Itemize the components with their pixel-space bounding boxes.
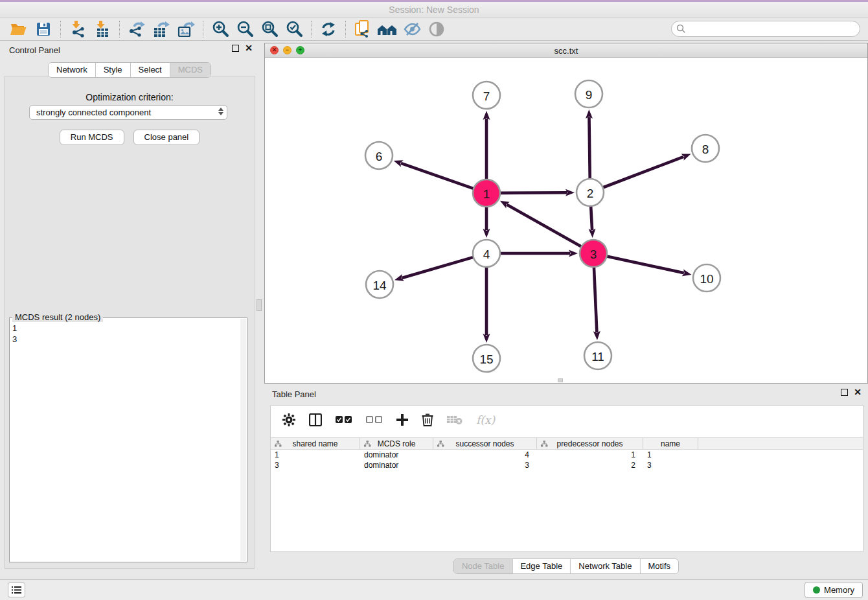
toolbar-separator	[119, 21, 120, 38]
network-window-titlebar[interactable]: ✕ − + scc.txt	[265, 43, 867, 58]
table-row[interactable]: 3dominator323	[271, 460, 863, 470]
graph-arrowhead-4-15	[483, 334, 490, 343]
table-cell: 3	[643, 460, 698, 470]
graph-arrowhead-4-3	[569, 250, 578, 257]
select-all-checkboxes-icon[interactable]	[336, 416, 352, 424]
column-header-predecessor-nodes[interactable]: predecessor nodes	[537, 438, 643, 449]
table-header-row: shared nameMCDS rolesuccessor nodesprede…	[271, 437, 863, 450]
table-row[interactable]: 1dominator411	[271, 450, 863, 460]
graph-node-label-14: 14	[372, 279, 387, 292]
import-table-icon[interactable]	[90, 19, 115, 39]
mcds-result-group: MCDS result (2 nodes) 13	[9, 317, 247, 562]
show-all-icon	[424, 19, 449, 39]
toolbar-separator	[311, 21, 312, 38]
table-cell: 3	[433, 460, 537, 470]
result-scrollbar[interactable]	[240, 319, 246, 561]
column-header-shared-name[interactable]: shared name	[271, 438, 360, 449]
import-network-icon[interactable]	[65, 19, 90, 39]
graph-arrowhead-2-9	[586, 110, 593, 119]
control-panel: Control Panel ✕ NetworkStyleSelectMCDS O…	[0, 41, 259, 579]
export-image-icon[interactable]	[174, 19, 198, 39]
zoom-in-icon[interactable]	[208, 19, 233, 39]
close-table-panel-icon[interactable]: ✕	[854, 389, 862, 396]
add-column-icon[interactable]	[396, 414, 408, 426]
graph-edge-4-14[interactable]	[402, 257, 474, 278]
status-bar: Memory	[0, 579, 868, 600]
show-columns-icon[interactable]	[309, 413, 322, 426]
toolbar-separator	[203, 21, 203, 38]
zoom-out-icon[interactable]	[233, 19, 257, 39]
optimization-criterion-dropdown[interactable]: strongly connected component	[29, 105, 227, 120]
export-table-icon[interactable]	[149, 19, 174, 39]
memory-status-dot-icon	[813, 586, 820, 594]
column-settings-gear-icon[interactable]	[282, 413, 295, 426]
panel-splitter-handle[interactable]	[257, 299, 262, 311]
graph-edge-3-1[interactable]	[507, 205, 581, 247]
mcds-result-list[interactable]: 13	[12, 320, 239, 560]
memory-button[interactable]: Memory	[805, 582, 863, 598]
column-header-MCDS-role[interactable]: MCDS role	[360, 438, 433, 449]
run-mcds-button[interactable]: Run MCDS	[60, 130, 124, 145]
canvas-resize-nub[interactable]	[558, 378, 563, 382]
graph-arrowhead-1-4	[483, 229, 490, 238]
graph-node-label-15: 15	[479, 352, 493, 366]
table-cell: 1	[537, 450, 643, 460]
tab-network[interactable]: Network	[49, 63, 95, 77]
save-session-icon[interactable]	[31, 19, 56, 39]
home-first-neighbors-icon[interactable]	[375, 19, 400, 39]
float-table-panel-icon[interactable]	[841, 389, 848, 396]
network-canvas-svg[interactable]: 7968124314101511	[265, 58, 867, 383]
graph-node-label-9: 9	[586, 88, 593, 102]
refresh-network-icon[interactable]	[316, 19, 341, 39]
tab-motifs[interactable]: Motifs	[639, 559, 678, 573]
table-panel-title: Table Panel	[272, 389, 316, 399]
tab-style[interactable]: Style	[95, 63, 130, 77]
hide-selected-icon[interactable]	[400, 19, 424, 39]
control-panel-title: Control Panel	[9, 45, 60, 55]
app-title: Session: New Session	[0, 5, 868, 15]
graph-arrowhead-1-7	[483, 111, 490, 120]
node-table: shared nameMCDS rolesuccessor nodesprede…	[271, 437, 863, 470]
deselect-all-checkboxes-icon[interactable]	[366, 416, 383, 424]
graph-edge-3-11[interactable]	[594, 267, 597, 332]
close-panel-icon[interactable]: ✕	[245, 45, 253, 52]
control-panel-body: Optimization criterion: strongly connect…	[4, 76, 255, 569]
close-panel-button[interactable]: Close panel	[133, 130, 200, 145]
graph-node-label-7: 7	[483, 89, 490, 103]
table-cell: 1	[643, 450, 698, 460]
export-network-icon[interactable]	[124, 19, 149, 39]
table-panel-box: f(x) shared nameMCDS rolesuccessor nodes…	[270, 405, 863, 552]
table-cell: dominator	[360, 460, 433, 470]
zoom-selected-icon[interactable]	[282, 19, 306, 39]
graph-edge-2-8[interactable]	[603, 157, 684, 188]
column-header-name[interactable]: name	[643, 438, 698, 449]
mcds-result-item: 1	[12, 323, 239, 334]
graph-node-label-1: 1	[483, 187, 490, 201]
float-panel-icon[interactable]	[232, 45, 239, 52]
search-input[interactable]	[671, 21, 860, 37]
open-file-icon[interactable]	[6, 19, 31, 39]
graph-edge-1-2[interactable]	[500, 192, 567, 193]
graph-edge-1-6[interactable]	[401, 163, 474, 189]
zoom-fit-icon[interactable]	[257, 19, 282, 39]
task-history-button[interactable]	[8, 583, 25, 597]
new-network-from-selection-icon[interactable]	[350, 19, 375, 39]
graph-edge-3-10[interactable]	[607, 256, 684, 273]
delete-column-icon[interactable]	[422, 413, 433, 426]
control-panel-header: Control Panel ✕	[0, 41, 259, 58]
column-header-successor-nodes[interactable]: successor nodes	[433, 438, 537, 449]
table-cell: dominator	[360, 450, 433, 460]
tab-select[interactable]: Select	[130, 63, 170, 77]
graph-edge-2-3[interactable]	[591, 206, 592, 230]
tab-edge-table[interactable]: Edge Table	[512, 559, 570, 573]
graph-node-label-4: 4	[483, 248, 490, 261]
graph-edge-2-9[interactable]	[589, 117, 589, 179]
table-tabs: Node TableEdge TableNetwork TableMotifs	[453, 559, 679, 574]
list-icon	[12, 586, 21, 594]
network-window-title: scc.txt	[265, 46, 867, 56]
graph-arrowhead-1-2	[565, 189, 575, 196]
tab-network-table[interactable]: Network Table	[570, 559, 639, 573]
tab-mcds: MCDS	[170, 63, 211, 77]
network-canvas[interactable]: 7968124314101511	[265, 58, 867, 383]
table-toolbar: f(x)	[271, 406, 863, 434]
